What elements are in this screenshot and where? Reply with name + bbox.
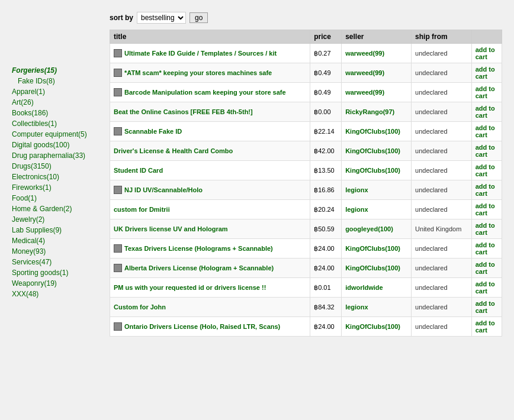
item-title-link[interactable]: Alberta Drivers License (Hologram + Scan… [114,264,306,272]
main-content: sort by bestsellingpricetitlenewest go t… [110,12,502,337]
ship-from: undeclared [412,239,472,259]
item-title-link[interactable]: NJ ID UV/Scannable/Holo [114,186,306,194]
item-title-link[interactable]: Beat the Online Casinos [FREE FEB 4th-5t… [114,108,306,115]
add-to-cart-button[interactable]: add tocart [476,300,498,314]
item-title-text: *ATM scam* keeping your stores machines … [124,69,272,76]
sidebar-item[interactable]: Medical(4) [12,235,98,246]
item-thumbnail [114,244,122,253]
sidebar-item[interactable]: Jewelry(2) [12,214,98,225]
item-title-link[interactable]: UK Drivers license UV and Hologram [114,225,306,232]
table-header: seller [342,30,412,44]
item-title-link[interactable]: Student ID Card [114,167,306,174]
table-row: custom for Dmitrii฿20.24legionxundeclare… [110,200,502,219]
seller-link[interactable]: warweed(99) [345,69,384,76]
item-title-link[interactable]: Driver's License & Health Card Combo [114,147,306,154]
ship-from: undeclared [412,200,472,219]
add-to-cart-button[interactable]: add tocart [476,46,498,60]
sidebar-item[interactable]: Money(93) [12,246,98,257]
ship-from: undeclared [412,278,472,298]
item-price: ฿42.00 [310,141,342,161]
item-thumbnail [114,322,122,331]
table-row: Ontario Drivers License (Holo, Raised LT… [110,317,502,337]
sidebar-item[interactable]: Drugs(3150) [12,161,98,172]
sidebar-item[interactable]: Home & Garden(2) [12,203,98,214]
add-to-cart-button[interactable]: add tocart [476,163,498,177]
add-to-cart-button[interactable]: add tocart [476,85,498,99]
seller-link[interactable]: warweed(99) [345,50,384,57]
sort-bar: sort by bestsellingpricetitlenewest go [110,12,502,24]
item-title-link[interactable]: Scannable Fake ID [114,127,306,135]
sort-select[interactable]: bestsellingpricetitlenewest [137,12,186,24]
sort-go-button[interactable]: go [189,12,208,23]
item-title-text: NJ ID UV/Scannable/Holo [124,186,203,193]
sidebar-item[interactable]: Computer equipment(5) [12,129,98,140]
sidebar-item[interactable]: Forgeries(15) [12,65,98,76]
table-row: Barcode Manipulation scam keeping your s… [110,83,502,102]
sidebar-item[interactable]: Digital goods(100) [12,140,98,150]
sidebar-item[interactable]: Art(26) [12,97,98,108]
item-title-text: Alberta Drivers License (Hologram + Scan… [124,264,274,272]
add-to-cart-button[interactable]: add tocart [476,66,498,80]
sidebar-item[interactable]: Apparel(1) [12,86,98,97]
seller-link[interactable]: googleyed(100) [345,225,393,232]
sidebar-item[interactable]: Lab Supplies(9) [12,225,98,235]
item-title-link[interactable]: Ontario Drivers License (Holo, Raised LT… [114,322,306,331]
item-title-text: Texas Drivers License (Holograms + Scann… [124,245,273,252]
seller-link[interactable]: legionx [345,186,368,193]
item-title-link[interactable]: custom for Dmitrii [114,206,306,213]
add-to-cart-button[interactable]: add tocart [476,319,498,334]
sidebar-item[interactable]: Fake IDs(8) [12,76,98,86]
table-row: NJ ID UV/Scannable/Holo฿16.86legionxunde… [110,180,502,200]
item-title-link[interactable]: Texas Drivers License (Holograms + Scann… [114,244,306,253]
item-title-text: Barcode Manipulation scam keeping your s… [124,89,286,96]
item-price: ฿16.86 [310,180,342,200]
sidebar-item[interactable]: Weaponry(19) [12,278,98,289]
seller-link[interactable]: KingOfClubs(100) [345,167,400,174]
item-thumbnail [114,69,122,77]
seller-link[interactable]: KingOfClubs(100) [345,323,400,330]
seller-link[interactable]: warweed(99) [345,89,384,96]
item-price: ฿50.59 [310,219,342,239]
ship-from: undeclared [412,102,472,122]
add-to-cart-button[interactable]: add tocart [476,202,498,217]
add-to-cart-button[interactable]: add tocart [476,280,498,295]
add-to-cart-button[interactable]: add tocart [476,261,498,275]
item-title-link[interactable]: Ultimate Fake ID Guide / Templates / Sou… [114,49,306,57]
seller-link[interactable]: KingOfClubs(100) [345,147,400,154]
item-title-link[interactable]: PM us with your requested id or drivers … [114,284,306,291]
sidebar-item[interactable]: Services(47) [12,257,98,267]
seller-link[interactable]: KingOfClubs(100) [345,128,400,135]
item-title-link[interactable]: *ATM scam* keeping your stores machines … [114,69,306,77]
add-to-cart-button[interactable]: add tocart [476,222,498,236]
sort-label: sort by [110,14,133,22]
seller-link[interactable]: KingOfClubs(100) [345,245,400,252]
add-to-cart-button[interactable]: add tocart [476,241,498,256]
seller-link[interactable]: idworldwide [345,284,383,291]
sidebar-item[interactable]: Fireworks(1) [12,182,98,193]
add-to-cart-button[interactable]: add tocart [476,105,498,119]
seller-link[interactable]: RickyRango(97) [345,108,394,115]
item-title-text: Ontario Drivers License (Holo, Raised LT… [124,323,280,330]
add-to-cart-button[interactable]: add tocart [476,144,498,158]
seller-link[interactable]: legionx [345,303,368,311]
sidebar-item[interactable]: Books(186) [12,108,98,118]
add-to-cart-button[interactable]: add tocart [476,183,498,197]
ship-from: undeclared [412,298,472,317]
sidebar-item[interactable]: Drug paraphernalia(33) [12,150,98,161]
sidebar-item[interactable]: Collectibles(1) [12,118,98,129]
item-title-link[interactable]: Custom for John [114,303,306,311]
sidebar-item[interactable]: Sporting goods(1) [12,267,98,278]
sidebar-item[interactable]: XXX(48) [12,289,98,299]
sidebar-item[interactable]: Electronics(10) [12,172,98,182]
sidebar-item[interactable]: Food(1) [12,193,98,203]
seller-link[interactable]: legionx [345,206,368,213]
item-price: ฿13.50 [310,161,342,180]
item-title-text: Ultimate Fake ID Guide / Templates / Sou… [124,50,277,57]
item-price: ฿0.49 [310,83,342,102]
item-thumbnail [114,264,122,272]
seller-link[interactable]: KingOfClubs(100) [345,264,400,272]
item-thumbnail [114,127,122,135]
item-title-link[interactable]: Barcode Manipulation scam keeping your s… [114,88,306,96]
table-row: *ATM scam* keeping your stores machines … [110,63,502,83]
add-to-cart-button[interactable]: add tocart [476,124,498,138]
